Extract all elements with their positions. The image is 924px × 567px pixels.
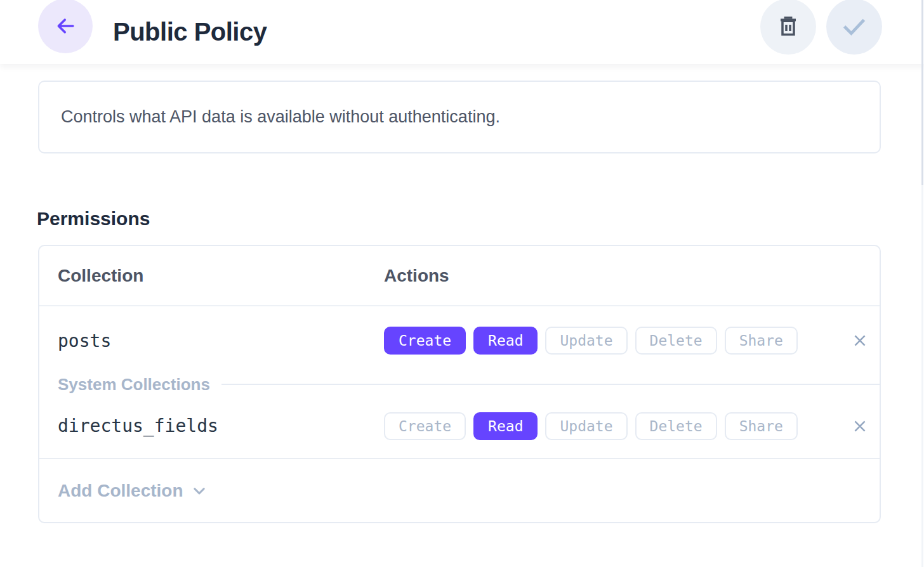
- actions-cell: Create Read Update Delete Share: [384, 327, 840, 355]
- chevron-down-icon: [190, 481, 209, 500]
- arrow-left-icon: [53, 14, 77, 38]
- action-button-update[interactable]: Update: [545, 412, 627, 440]
- description-value: Controls what API data is available with…: [61, 107, 500, 127]
- permissions-table: Collection Actions posts Create Read Upd…: [38, 245, 881, 523]
- column-header-collection: Collection: [58, 266, 384, 286]
- policy-detail-page: Description Public Policy: [0, 0, 924, 567]
- divider-line: [221, 384, 880, 385]
- collection-name: posts: [58, 330, 384, 351]
- action-button-update[interactable]: Update: [545, 327, 627, 355]
- action-button-delete[interactable]: Delete: [635, 412, 717, 440]
- header-bar: Public Policy: [0, 0, 924, 64]
- permissions-table-header: Collection Actions: [39, 246, 880, 306]
- action-button-share[interactable]: Share: [725, 412, 798, 440]
- action-button-read[interactable]: Read: [473, 412, 538, 440]
- permission-row-posts: posts Create Read Update Delete Share: [39, 306, 880, 375]
- permission-row-directus-fields: directus_fields Create Read Update Delet…: [39, 394, 880, 459]
- actions-cell: Create Read Update Delete Share: [384, 412, 840, 440]
- save-button[interactable]: [826, 0, 882, 55]
- remove-row-button[interactable]: [840, 417, 880, 435]
- delete-policy-button[interactable]: [760, 0, 816, 55]
- system-collections-divider: System Collections: [39, 375, 880, 394]
- check-icon: [840, 13, 868, 41]
- description-field[interactable]: Controls what API data is available with…: [38, 81, 881, 153]
- remove-row-button[interactable]: [840, 332, 880, 349]
- close-icon: [851, 417, 869, 435]
- action-button-create[interactable]: Create: [384, 412, 466, 440]
- add-collection-button[interactable]: Add Collection: [39, 459, 880, 522]
- action-button-delete[interactable]: Delete: [635, 327, 717, 355]
- action-button-read[interactable]: Read: [473, 327, 538, 355]
- action-button-create[interactable]: Create: [384, 327, 466, 355]
- action-button-share[interactable]: Share: [725, 327, 798, 355]
- collection-name: directus_fields: [58, 415, 384, 436]
- page-title: Public Policy: [113, 0, 267, 64]
- scrollbar-thumb[interactable]: [921, 0, 923, 185]
- column-header-actions: Actions: [384, 266, 880, 286]
- add-collection-label: Add Collection: [58, 481, 183, 501]
- back-button[interactable]: [38, 0, 93, 53]
- system-collections-label: System Collections: [58, 375, 210, 394]
- close-icon: [851, 332, 869, 349]
- permissions-heading: Permissions: [37, 208, 150, 230]
- trash-icon: [776, 14, 801, 39]
